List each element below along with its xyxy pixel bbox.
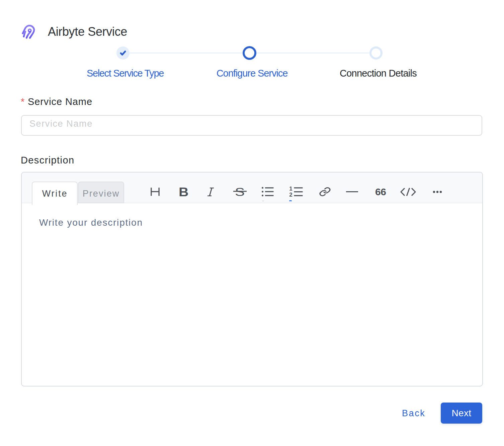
svg-text:2: 2 (289, 192, 292, 197)
svg-text:1: 1 (289, 186, 292, 192)
